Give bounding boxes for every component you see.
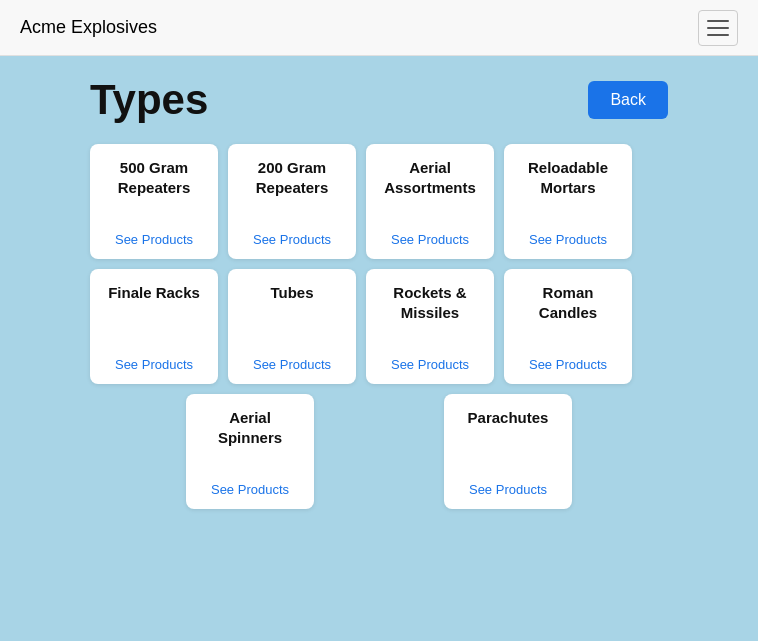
product-link-500gram[interactable]: See Products <box>115 232 193 247</box>
product-name-aerial-assortments: Aerial Assortments <box>376 158 484 197</box>
brand-name: Acme Explosives <box>20 17 157 38</box>
product-name-reloadable-mortars: Reloadable Mortars <box>514 158 622 197</box>
product-link-finale-racks[interactable]: See Products <box>115 357 193 372</box>
product-card-finale-racks[interactable]: Finale Racks See Products <box>90 269 218 384</box>
navbar: Acme Explosives <box>0 0 758 56</box>
product-link-rockets-missiles[interactable]: See Products <box>391 357 469 372</box>
product-link-reloadable-mortars[interactable]: See Products <box>529 232 607 247</box>
hamburger-button[interactable] <box>698 10 738 46</box>
product-row-1: 500 Gram Repeaters See Products 200 Gram… <box>90 144 668 259</box>
product-card-reloadable-mortars[interactable]: Reloadable Mortars See Products <box>504 144 632 259</box>
page-title: Types <box>90 76 208 124</box>
product-name-parachutes: Parachutes <box>468 408 549 428</box>
product-card-aerial-assortments[interactable]: Aerial Assortments See Products <box>366 144 494 259</box>
product-link-roman-candles[interactable]: See Products <box>529 357 607 372</box>
product-card-tubes[interactable]: Tubes See Products <box>228 269 356 384</box>
product-link-parachutes[interactable]: See Products <box>469 482 547 497</box>
back-button[interactable]: Back <box>588 81 668 119</box>
hamburger-line-2 <box>707 27 729 29</box>
product-card-aerial-spinners[interactable]: Aerial Spinners See Products <box>186 394 314 509</box>
product-card-roman-candles[interactable]: Roman Candles See Products <box>504 269 632 384</box>
main-content: Types Back 500 Gram Repeaters See Produc… <box>0 56 758 529</box>
product-name-roman-candles: Roman Candles <box>514 283 622 322</box>
product-card-rockets-missiles[interactable]: Rockets & Missiles See Products <box>366 269 494 384</box>
product-name-500gram: 500 Gram Repeaters <box>100 158 208 197</box>
product-name-finale-racks: Finale Racks <box>108 283 200 303</box>
hamburger-line-1 <box>707 20 729 22</box>
product-name-tubes: Tubes <box>270 283 313 303</box>
product-grid: 500 Gram Repeaters See Products 200 Gram… <box>90 144 668 509</box>
title-row: Types Back <box>90 76 668 124</box>
product-row-2: Finale Racks See Products Tubes See Prod… <box>90 269 668 384</box>
product-row-3: Aerial Spinners See Products Parachutes … <box>90 394 668 509</box>
product-link-aerial-spinners[interactable]: See Products <box>211 482 289 497</box>
product-card-500gram[interactable]: 500 Gram Repeaters See Products <box>90 144 218 259</box>
product-name-200gram: 200 Gram Repeaters <box>238 158 346 197</box>
product-name-rockets-missiles: Rockets & Missiles <box>376 283 484 322</box>
product-name-aerial-spinners: Aerial Spinners <box>196 408 304 447</box>
product-link-tubes[interactable]: See Products <box>253 357 331 372</box>
product-link-200gram[interactable]: See Products <box>253 232 331 247</box>
product-link-aerial-assortments[interactable]: See Products <box>391 232 469 247</box>
hamburger-line-3 <box>707 34 729 36</box>
product-card-200gram[interactable]: 200 Gram Repeaters See Products <box>228 144 356 259</box>
product-card-parachutes[interactable]: Parachutes See Products <box>444 394 572 509</box>
